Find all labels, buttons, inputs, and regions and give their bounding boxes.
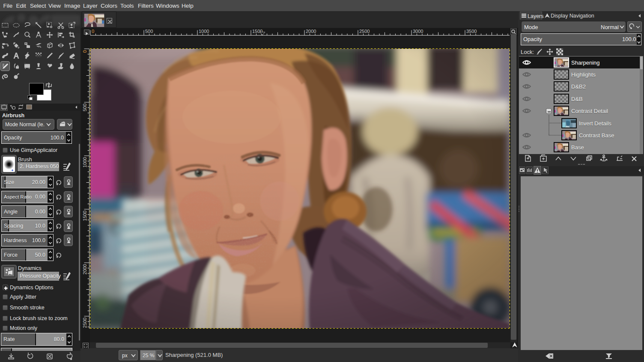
svg-text:2000: 2000 [306, 29, 316, 34]
svg-text:500: 500 [82, 104, 87, 111]
svg-text:0: 0 [82, 50, 87, 53]
svg-text:2000: 2000 [82, 264, 87, 274]
svg-text:2500: 2500 [82, 317, 87, 328]
svg-text:0: 0 [92, 29, 94, 34]
svg-text:3500: 3500 [466, 29, 477, 34]
svg-text:1000: 1000 [82, 157, 87, 167]
svg-text:1000: 1000 [199, 29, 209, 34]
svg-text:500: 500 [145, 29, 153, 34]
svg-text:3000: 3000 [413, 29, 423, 34]
svg-text:1500: 1500 [82, 211, 87, 221]
svg-text:2500: 2500 [359, 29, 370, 34]
